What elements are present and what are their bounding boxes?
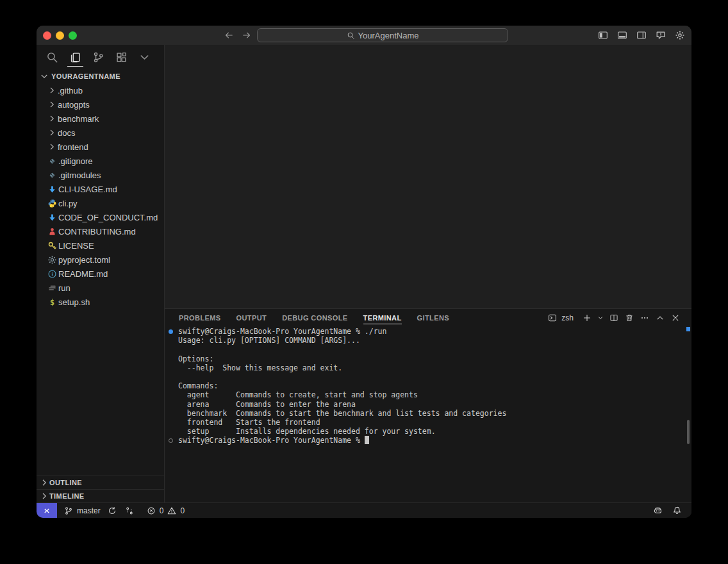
launch-profile-chevron-icon[interactable] bbox=[597, 312, 604, 324]
info-icon bbox=[47, 269, 57, 279]
tab-output[interactable]: OUTPUT bbox=[236, 309, 267, 327]
file-label: .gitignore bbox=[58, 156, 92, 166]
tree-folder-frontend[interactable]: frontend bbox=[37, 140, 164, 154]
terminal-toolbar: zsh bbox=[547, 309, 681, 327]
history-nav bbox=[223, 29, 252, 41]
search-value: YourAgentName bbox=[358, 31, 419, 40]
branch-icon bbox=[63, 505, 74, 517]
tree-file-gitignore[interactable]: .gitignore bbox=[37, 154, 164, 168]
file-explorer: YOURAGENTNAME .github autogpts benchmark… bbox=[37, 69, 164, 309]
notifications-bell-icon[interactable] bbox=[671, 505, 682, 517]
dollar-icon: $ bbox=[47, 297, 57, 307]
command-success-decoration[interactable] bbox=[169, 329, 173, 334]
tree-folder-benchmark[interactable]: benchmark bbox=[37, 112, 164, 126]
feedback-icon[interactable] bbox=[654, 29, 667, 42]
file-label: pyproject.toml bbox=[58, 255, 110, 265]
maximize-panel-icon[interactable] bbox=[654, 312, 666, 324]
tree-file-contributing[interactable]: CONTRIBUTING.md bbox=[37, 224, 164, 238]
terminal-line: --help Show this message and exit. bbox=[165, 363, 684, 372]
search-view-icon[interactable] bbox=[46, 47, 59, 67]
more-actions-icon[interactable] bbox=[639, 312, 650, 324]
git-icon bbox=[47, 170, 57, 180]
explorer-view-icon[interactable] bbox=[69, 47, 82, 67]
toggle-panel-icon[interactable] bbox=[616, 29, 629, 42]
branch-name: master bbox=[77, 506, 101, 515]
tree-folder-github[interactable]: .github bbox=[37, 83, 164, 97]
terminal-line bbox=[165, 372, 684, 381]
list-icon bbox=[47, 283, 57, 293]
main-area: YOURAGENTNAME .github autogpts benchmark… bbox=[37, 45, 691, 502]
terminal-line: Usage: cli.py [OPTIONS] COMMAND [ARGS]..… bbox=[165, 336, 684, 345]
close-window-button[interactable] bbox=[43, 31, 51, 40]
minimize-window-button[interactable] bbox=[56, 31, 64, 40]
tree-file-cli-usage[interactable]: CLI-USAGE.md bbox=[37, 182, 164, 196]
terminal-line: Commands: bbox=[165, 381, 684, 390]
tree-file-gitmodules[interactable]: .gitmodules bbox=[37, 168, 164, 182]
terminal-output[interactable]: swifty@Craigs-MacBook-Pro YourAgentName … bbox=[165, 327, 684, 502]
settings-gear-icon[interactable] bbox=[674, 29, 686, 42]
new-terminal-icon[interactable] bbox=[581, 312, 593, 324]
tree-file-cli-py[interactable]: cli.py bbox=[37, 196, 164, 210]
activity-bar bbox=[37, 45, 164, 69]
tree-file-license[interactable]: LICENSE bbox=[37, 238, 164, 253]
explorer-root[interactable]: YOURAGENTNAME bbox=[37, 69, 164, 83]
chevron-right-icon bbox=[47, 85, 57, 95]
tab-problems[interactable]: PROBLEMS bbox=[179, 309, 221, 327]
toggle-secondary-sidebar-icon[interactable] bbox=[635, 29, 648, 42]
extensions-view-icon[interactable] bbox=[115, 47, 128, 67]
gear-icon bbox=[47, 254, 57, 265]
tree-file-setup-sh[interactable]: $ setup.sh bbox=[37, 295, 164, 309]
terminal-prompt-line: swifty@Craigs-MacBook-Pro YourAgentName … bbox=[165, 436, 684, 445]
split-terminal-icon[interactable] bbox=[608, 312, 620, 324]
tab-gitlens[interactable]: GITLENS bbox=[417, 309, 449, 327]
tree-file-run[interactable]: run bbox=[37, 281, 164, 295]
terminal-line: agent Commands to create, start and stop… bbox=[165, 390, 684, 399]
outline-section-header[interactable]: OUTLINE bbox=[37, 476, 164, 489]
forward-icon[interactable] bbox=[241, 29, 252, 41]
tab-terminal[interactable]: TERMINAL bbox=[363, 309, 402, 327]
file-label: LICENSE bbox=[58, 241, 94, 251]
tree-folder-autogpts[interactable]: autogpts bbox=[37, 97, 164, 112]
command-pending-decoration[interactable] bbox=[169, 438, 173, 443]
back-icon[interactable] bbox=[223, 29, 235, 41]
command-center-search[interactable]: YourAgentName bbox=[257, 28, 508, 42]
git-compare-icon bbox=[124, 505, 135, 517]
terminal-line: Options: bbox=[165, 354, 684, 363]
file-label: CODE_OF_CONDUCT.md bbox=[58, 213, 158, 222]
file-label: .gitmodules bbox=[58, 170, 101, 180]
problems-errors[interactable]: 0 bbox=[145, 504, 164, 518]
chevron-right-icon bbox=[47, 128, 57, 138]
error-count: 0 bbox=[160, 506, 164, 515]
folder-label: frontend bbox=[58, 142, 88, 152]
terminal-cursor bbox=[365, 436, 369, 444]
tree-folder-docs[interactable]: docs bbox=[37, 126, 164, 140]
chevron-right-icon bbox=[39, 477, 49, 488]
git-branch-status[interactable]: master bbox=[63, 504, 101, 518]
chevron-right-icon bbox=[47, 113, 57, 124]
sync-changes-button[interactable] bbox=[106, 504, 118, 518]
timeline-section-header[interactable]: TIMELINE bbox=[37, 489, 164, 502]
toggle-primary-sidebar-icon[interactable] bbox=[597, 29, 609, 42]
tree-file-code-of-conduct[interactable]: CODE_OF_CONDUCT.md bbox=[37, 210, 164, 224]
warning-count: 0 bbox=[180, 506, 185, 515]
git-compare-button[interactable] bbox=[124, 504, 135, 518]
remote-indicator[interactable] bbox=[37, 503, 57, 518]
close-panel-icon[interactable] bbox=[670, 312, 681, 324]
status-bar-right bbox=[652, 505, 691, 517]
more-views-chevron-icon[interactable] bbox=[138, 47, 151, 67]
terminal-scrollbar[interactable] bbox=[687, 420, 690, 444]
remote-icon bbox=[41, 505, 53, 517]
folder-label: docs bbox=[58, 128, 75, 138]
file-label: README.md bbox=[58, 269, 108, 279]
zoom-window-button[interactable] bbox=[69, 31, 77, 40]
tree-file-pyproject[interactable]: pyproject.toml bbox=[37, 253, 164, 267]
chevron-down-icon bbox=[39, 71, 49, 81]
copilot-icon[interactable] bbox=[652, 505, 663, 517]
kill-terminal-icon[interactable] bbox=[624, 312, 635, 324]
problems-warnings[interactable]: 0 bbox=[166, 504, 185, 518]
terminal-line: arena Commands to enter the arena bbox=[165, 400, 684, 409]
tab-debug-console[interactable]: DEBUG CONSOLE bbox=[282, 309, 347, 327]
tree-file-readme[interactable]: README.md bbox=[37, 267, 164, 281]
shell-session[interactable]: zsh bbox=[547, 312, 574, 324]
source-control-view-icon[interactable] bbox=[92, 47, 105, 67]
